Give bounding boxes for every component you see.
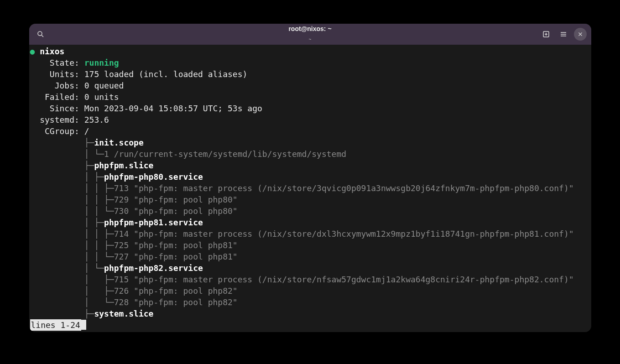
cgroup-label: CGroup: [45, 126, 79, 136]
hostname: nixos [40, 47, 64, 56]
php81-proc-1: 725 "php-fpm: pool php81" [114, 240, 238, 250]
systemd-label: systemd: [40, 115, 79, 125]
search-button[interactable]: search-icon [34, 27, 47, 41]
since-label: Since: [50, 104, 79, 113]
cgroup-value: / [84, 126, 89, 136]
php82-proc-2: 728 "php-fpm: pool php82" [114, 297, 238, 307]
system-slice: system.slice [94, 309, 153, 318]
titlebar: search-icon root@nixos: ~ ~ new-tab-icon… [29, 24, 591, 45]
terminal-window: search-icon root@nixos: ~ ~ new-tab-icon… [29, 24, 591, 332]
php80-proc-2: 730 "php-fpm: pool php80" [114, 206, 238, 216]
svg-line-1 [42, 35, 43, 37]
php80-service: phpfpm-php80.service [104, 172, 203, 182]
status-dot: ● [30, 47, 35, 56]
systemd-value: 253.6 [84, 115, 109, 125]
init-scope: init.scope [94, 138, 143, 147]
since-value: Mon 2023-09-04 15:08:57 UTC; 53s ago [84, 104, 262, 113]
menu-button[interactable]: hamburger-icon [557, 27, 570, 41]
window-subtitle: ~ [288, 34, 331, 45]
units-label: Units: [50, 69, 79, 79]
state-value: running [84, 58, 119, 68]
php81-proc-2: 727 "php-fpm: pool php81" [114, 252, 238, 261]
phpfpm-slice: phpfpm.slice [94, 161, 153, 170]
failed-value: 0 units [84, 92, 119, 102]
jobs-label: Jobs: [55, 81, 79, 90]
terminal-output[interactable]: ● nixos State: running Units: 175 loaded… [29, 45, 591, 332]
new-tab-button[interactable]: new-tab-icon [539, 27, 553, 41]
php82-proc-1: 726 "php-fpm: pool php82" [114, 286, 238, 296]
cursor [81, 320, 86, 330]
php80-proc-1: 729 "php-fpm: pool php80" [114, 195, 238, 204]
failed-label: Failed: [45, 92, 79, 102]
units-value: 175 loaded (incl. loaded aliases) [84, 69, 248, 79]
window-title: root@nixos: ~ [288, 24, 331, 35]
php82-proc-0: 715 "php-fpm: master process (/nix/store… [114, 275, 574, 284]
php80-proc-0: 713 "php-fpm: master process (/nix/store… [114, 183, 574, 193]
state-label: State: [50, 58, 79, 68]
pager-status: lines 1-24 [30, 319, 81, 331]
php81-proc-0: 714 "php-fpm: master process (/nix/store… [114, 229, 574, 239]
php82-service: phpfpm-php82.service [104, 263, 203, 273]
php81-service: phpfpm-php81.service [104, 218, 203, 227]
init-proc: 1 /run/current-system/systemd/lib/system… [104, 149, 346, 159]
svg-point-0 [38, 31, 42, 36]
close-button[interactable]: close-icon [574, 28, 587, 41]
jobs-value: 0 queued [84, 81, 124, 90]
